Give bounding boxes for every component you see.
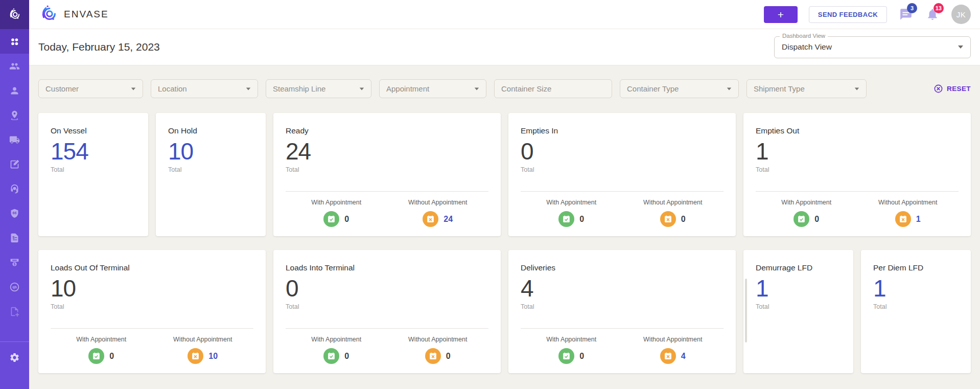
without-appointment-count: 0 [446, 352, 451, 361]
sidebar-logo-button[interactable] [0, 0, 29, 29]
card-loads-out-of-terminal[interactable]: Loads Out Of Terminal 10 Total With Appo… [38, 250, 266, 373]
divider [521, 191, 724, 192]
main-area: ENVASE + SEND FEEDBACK 3 13 JK [29, 0, 980, 389]
calendar-x-icon [188, 348, 203, 364]
with-appointment-label: With Appointment [546, 336, 596, 343]
chevron-down-icon [475, 87, 479, 90]
filter-steamship-line-label: Steamship Line [273, 84, 325, 93]
card-total-label: Total [873, 303, 959, 310]
sidebar-item-customers[interactable] [0, 54, 29, 78]
calendar-x-icon [423, 211, 438, 227]
messages-badge: 3 [907, 3, 917, 13]
with-appointment-count: 0 [579, 352, 584, 361]
page-title: Today, February 15, 2023 [38, 41, 160, 53]
card-demurrage-lfd[interactable]: Demurrage LFD 1 Total [743, 250, 853, 373]
with-appointment-label: With Appointment [76, 336, 126, 343]
filter-customer[interactable]: Customer [38, 79, 143, 98]
reset-label: RESET [947, 85, 971, 93]
dashboard-view-value: Dispatch View [782, 42, 832, 52]
card-title: Empties In [521, 126, 724, 135]
filter-container-size-input[interactable]: Container Size [494, 79, 612, 98]
with-appointment-count: 0 [109, 352, 114, 361]
sidebar-item-locations[interactable] [0, 103, 29, 127]
card-on-hold[interactable]: On Hold 10 Total [156, 113, 266, 236]
sidebar: 66 $ $ qb [0, 0, 29, 389]
card-total-value: 0 [521, 138, 724, 165]
card-per-diem-lfd[interactable]: Per Diem LFD 1 Total [861, 250, 971, 373]
without-appointment-count: 24 [444, 215, 453, 224]
brand: ENVASE [38, 4, 109, 25]
card-total-label: Total [168, 166, 253, 173]
appointments-section: With Appointment 0 Without Appointment [756, 191, 959, 227]
person-icon [9, 85, 20, 96]
filter-appointment[interactable]: Appointment [379, 79, 486, 98]
add-button[interactable]: + [764, 6, 798, 23]
with-appointment-count: 0 [814, 215, 819, 224]
card-on-vessel[interactable]: On Vessel 154 Total [38, 113, 148, 236]
dashboard-view-select[interactable]: Dashboard View Dispatch View [774, 36, 971, 58]
divider [51, 328, 253, 329]
card-total-label: Total [756, 303, 841, 310]
appointments-section: With Appointment 0 Without Appointment [521, 328, 724, 364]
appointments-section: With Appointment 0 Without Appointment [51, 328, 253, 364]
scrollbar[interactable] [745, 279, 747, 342]
card-loads-into-terminal[interactable]: Loads Into Terminal 0 Total With Appoint… [273, 250, 501, 373]
card-total-label: Total [286, 303, 488, 310]
sidebar-item-orders[interactable] [0, 152, 29, 176]
card-empties-out[interactable]: Empties Out 1 Total With Appointment 0 [743, 113, 971, 236]
filter-container-type[interactable]: Container Type [620, 79, 739, 98]
divider [756, 191, 959, 192]
card-total-value: 1 [756, 275, 841, 302]
sidebar-item-drivers[interactable] [0, 78, 29, 103]
filter-appointment-label: Appointment [386, 84, 429, 93]
card-deliveries[interactable]: Deliveries 4 Total With Appointment 0 [508, 250, 736, 373]
envase-logo-icon [38, 4, 60, 25]
notifications-button[interactable]: 13 [925, 7, 940, 22]
card-total-label: Total [51, 303, 253, 310]
svg-text:$: $ [12, 235, 15, 239]
send-feedback-button[interactable]: SEND FEEDBACK [809, 6, 887, 23]
filter-location[interactable]: Location [151, 79, 258, 98]
sidebar-item-quickbooks[interactable]: qb [0, 274, 29, 299]
with-appointment-label: With Appointment [546, 199, 596, 206]
without-appointment-label: Without Appointment [878, 199, 937, 206]
calendar-check-icon [558, 348, 574, 364]
sidebar-item-support[interactable] [0, 176, 29, 201]
quote-glyph: 66 [13, 211, 17, 215]
card-total-value: 10 [51, 275, 253, 302]
appointments-section: With Appointment 0 Without Appointment [286, 328, 488, 364]
with-appointment-label: With Appointment [311, 336, 361, 343]
chevron-down-icon [131, 87, 136, 90]
card-title: Per Diem LFD [873, 263, 959, 272]
card-total-label: Total [521, 303, 724, 310]
sidebar-spacer [0, 324, 29, 337]
sidebar-item-trucks[interactable] [0, 127, 29, 152]
card-empties-in[interactable]: Empties In 0 Total With Appointment 0 [508, 113, 736, 236]
filter-container-type-label: Container Type [627, 84, 679, 93]
user-avatar[interactable]: JK [951, 5, 971, 24]
chevron-down-icon [855, 87, 859, 90]
chevron-down-icon [360, 87, 364, 90]
sidebar-item-settings[interactable] [0, 345, 29, 370]
card-title: On Hold [168, 126, 253, 135]
filter-shipment-type[interactable]: Shipment Type [746, 79, 867, 98]
card-title: Demurrage LFD [756, 263, 841, 272]
sidebar-item-invoices[interactable]: $ [0, 225, 29, 250]
sidebar-item-quotes[interactable]: 66 [0, 201, 29, 225]
card-total-label: Total [756, 166, 959, 173]
sidebar-item-new-document[interactable] [0, 299, 29, 324]
card-total-label: Total [521, 166, 724, 173]
sidebar-divider [0, 341, 29, 342]
card-title: Ready [286, 126, 488, 135]
card-total-value: 1 [756, 138, 959, 165]
divider [286, 191, 488, 192]
without-appointment-label: Without Appointment [408, 199, 467, 206]
reset-filters-button[interactable]: RESET [934, 84, 971, 94]
sidebar-item-dashboard[interactable] [0, 29, 29, 54]
card-total-value: 4 [521, 275, 724, 302]
sidebar-item-payments[interactable]: $ [0, 250, 29, 274]
messages-button[interactable]: 3 [898, 7, 914, 22]
filter-steamship-line[interactable]: Steamship Line [266, 79, 371, 98]
card-ready[interactable]: Ready 24 Total With Appointment 0 [273, 113, 501, 236]
truck-icon [9, 134, 20, 145]
